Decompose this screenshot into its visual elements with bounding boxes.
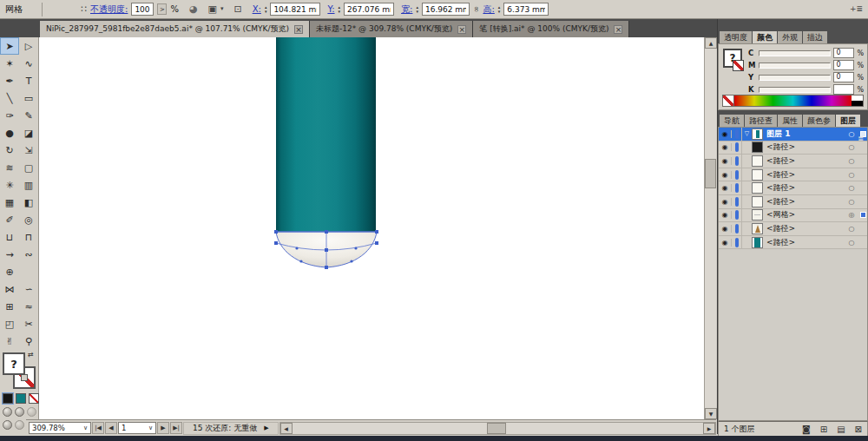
tool-button[interactable]: ╲	[0, 89, 19, 107]
visibility-eye-icon[interactable]: ◉	[719, 157, 732, 165]
width-input[interactable]	[422, 3, 470, 16]
document-tab[interactable]: 未标题-12* @ 309.78% (CMYK/预览) ×	[310, 21, 473, 37]
horizontal-scroll-thumb[interactable]	[487, 423, 506, 434]
tool-button[interactable]: ✶	[0, 55, 19, 72]
channel-slider[interactable]	[759, 75, 831, 81]
layer-object-row[interactable]: ◉ <路径> ○	[719, 236, 867, 250]
tool-button[interactable]: ⇲	[19, 142, 38, 159]
target-circle-icon[interactable]: ○	[845, 225, 858, 233]
object-thumbnail[interactable]	[752, 237, 763, 248]
channel-value[interactable]	[833, 84, 854, 95]
tool-button[interactable]: ●	[0, 124, 19, 142]
panel-tab[interactable]: 透明度	[720, 31, 752, 43]
visibility-eye-icon[interactable]: ◉	[719, 184, 732, 192]
tool-button[interactable]: ▢	[19, 159, 38, 176]
new-layer-icon[interactable]: ▤	[837, 425, 845, 434]
y-input[interactable]	[344, 3, 394, 16]
tool-button[interactable]	[19, 263, 38, 280]
tool-button[interactable]: ≋	[0, 159, 19, 176]
y-stepper[interactable]: ▴▾	[339, 5, 341, 14]
tool-button[interactable]: ⋈	[0, 280, 19, 298]
opacity-label[interactable]: 不透明度:	[90, 3, 128, 16]
new-sublayer-icon[interactable]: ⊞	[820, 425, 827, 434]
lock-column[interactable]	[732, 222, 742, 235]
tool-button[interactable]: ▦	[0, 194, 19, 211]
tool-button[interactable]: ∾	[19, 246, 38, 263]
vertical-scroll-thumb[interactable]	[705, 159, 716, 188]
layer-thumbnail[interactable]	[752, 128, 763, 140]
pen-body-shape[interactable]	[276, 37, 376, 233]
visibility-eye-icon[interactable]: ◉	[719, 198, 732, 206]
panel-tab[interactable]: 路径查	[745, 115, 777, 127]
object-name[interactable]: <路径>	[766, 237, 845, 248]
layer-object-row[interactable]: ◉ <路径> ○	[719, 181, 867, 195]
layer-object-row[interactable]: ◉ <路径> ○	[719, 195, 867, 209]
object-name[interactable]: <路径>	[766, 142, 845, 153]
tool-button[interactable]: ◪	[19, 124, 38, 142]
object-name[interactable]: <路径>	[766, 169, 845, 181]
lock-column[interactable]	[732, 168, 742, 181]
panel-tab[interactable]: 导航	[720, 115, 744, 127]
last-artboard-button[interactable]: ▶|	[170, 422, 182, 434]
panel-tab[interactable]: 属性	[778, 115, 802, 127]
target-circle-icon[interactable]: ○	[845, 171, 858, 179]
delete-layer-icon[interactable]: ⊠	[855, 425, 862, 434]
object-thumbnail[interactable]	[752, 182, 763, 194]
tool-button[interactable]: ▥	[19, 176, 38, 194]
target-circle-icon[interactable]: ◎	[845, 211, 858, 219]
swap-fill-stroke-icon[interactable]: ⇄	[28, 351, 34, 359]
object-thumbnail[interactable]	[752, 169, 763, 181]
channel-value[interactable]: 0	[833, 60, 854, 70]
width-stepper[interactable]: ▴▾	[416, 5, 418, 14]
screen-mode-normal-button[interactable]	[3, 407, 12, 417]
tab-close-icon[interactable]: ×	[294, 25, 303, 34]
first-artboard-button[interactable]: |◀	[92, 422, 104, 434]
control-panel-menu-icon[interactable]: +≣	[850, 5, 863, 13]
layer-row-selected[interactable]: ◉ ▽ 图层 1 ○	[719, 128, 867, 142]
visibility-eye-icon[interactable]: ◉	[719, 239, 732, 247]
tool-button[interactable]: ➤	[0, 37, 19, 55]
channel-value[interactable]: 0	[833, 48, 854, 58]
panel-tab[interactable]: 图层	[836, 115, 860, 127]
lock-column[interactable]	[732, 181, 742, 194]
document-tab[interactable]: NiPic_287997_5981fbe2e87daeb5.ai* @ 107.…	[40, 21, 310, 37]
tool-button[interactable]: ∿	[19, 55, 38, 72]
screen-mode-full-menu-button[interactable]	[15, 407, 24, 417]
lock-column[interactable]	[732, 142, 742, 155]
target-circle-icon[interactable]: ○	[845, 198, 858, 206]
object-thumbnail[interactable]	[752, 196, 763, 207]
lock-column[interactable]	[732, 209, 742, 222]
channel-value[interactable]: 0	[833, 72, 854, 82]
clipping-mask-icon[interactable]: ◙	[802, 425, 811, 434]
tool-button[interactable]: ◰	[0, 315, 19, 332]
none-mode-button[interactable]	[29, 393, 39, 404]
zoom-level-select[interactable]: 309.78% ∨	[29, 422, 91, 434]
object-thumbnail[interactable]	[752, 155, 763, 167]
tool-button[interactable]: ⚲	[19, 332, 38, 350]
object-name[interactable]: <路径>	[766, 182, 845, 194]
graphic-style-icon[interactable]: ▣	[208, 4, 217, 14]
visibility-eye-icon[interactable]: ◉	[719, 130, 732, 138]
align-icon[interactable]: ⊡	[233, 4, 241, 14]
vertical-scrollbar[interactable]: ▲ ▼	[704, 37, 716, 419]
canvas-artboard[interactable]	[39, 37, 704, 419]
tool-button[interactable]: ⊔	[0, 228, 19, 246]
tool-button[interactable]: ✳	[0, 176, 19, 194]
color-mode-button[interactable]	[3, 393, 13, 404]
layer-object-row[interactable]: ◉ <路径> ○	[719, 168, 867, 182]
scroll-left-icon[interactable]: ◀	[280, 423, 293, 434]
tool-button[interactable]: ≈	[19, 298, 38, 315]
object-name[interactable]: <路径>	[766, 223, 845, 234]
tool-button[interactable]: ✒	[0, 72, 19, 89]
tool-button[interactable]: ↻	[0, 142, 19, 159]
corner-mode-icon[interactable]	[3, 420, 12, 430]
height-stepper[interactable]: ▴▾	[498, 5, 501, 14]
panel-tab[interactable]: 颜色	[753, 31, 777, 43]
undo-status[interactable]: 15 次还原: 无重做 ▶	[183, 422, 279, 435]
scroll-right-icon[interactable]: ▶	[703, 423, 715, 434]
tool-button[interactable]: ✐	[0, 211, 19, 228]
none-fill-icon[interactable]	[733, 60, 744, 71]
black-swatch[interactable]	[852, 101, 863, 106]
screen-mode-full-button[interactable]	[27, 407, 36, 417]
layer-name[interactable]: 图层 1	[766, 128, 845, 140]
